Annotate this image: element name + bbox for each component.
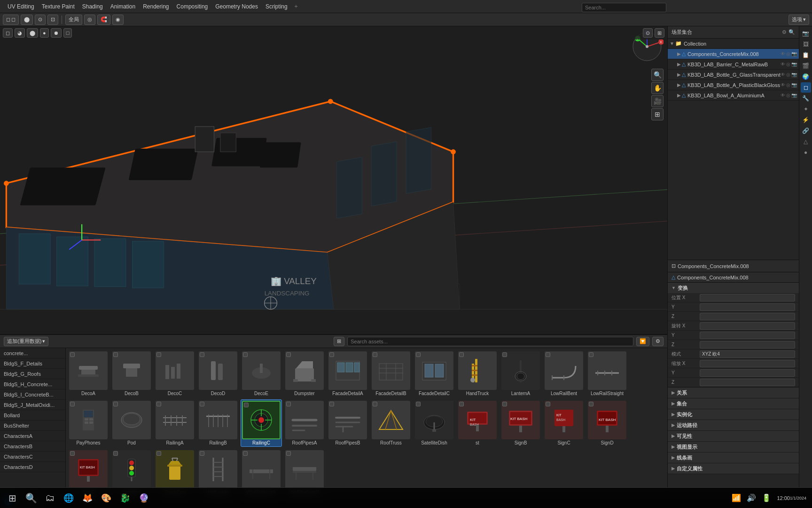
prop-icon-modifiers[interactable]: 🔧 — [801, 93, 811, 103]
asset-dumpster[interactable]: Dumpster — [284, 350, 325, 397]
menu-animation[interactable]: Animation — [107, 2, 139, 11]
prop-icon-object[interactable]: ◻ — [801, 82, 811, 93]
vis-eye-icon-2[interactable]: 👁 — [781, 72, 785, 77]
viewport-rendered-btn[interactable]: ⬤ — [27, 28, 38, 38]
vis-eye-icon-1[interactable]: 👁 — [781, 62, 785, 67]
prop-section-custom-props-header[interactable]: ▶ 自定义属性 — [668, 463, 799, 474]
asset-roofPipesB[interactable]: RoofPipesB — [327, 399, 368, 447]
render-mode-btn[interactable]: ⬤ — [21, 15, 33, 25]
asset-checkbox[interactable] — [329, 352, 334, 357]
asset-grid-view-btn[interactable]: ⊞ — [334, 337, 344, 346]
menu-scripting[interactable]: Scripting — [262, 2, 291, 11]
select-filter-btn[interactable]: 选项 ▾ — [789, 15, 809, 25]
asset-checkbox[interactable] — [113, 352, 118, 357]
asset-checkbox[interactable] — [286, 402, 291, 406]
blender-taskbar-button[interactable]: 🔮 — [135, 490, 152, 507]
prop-section-view-display-header[interactable]: ▶ 视图显示 — [668, 442, 799, 452]
asset-checkbox[interactable] — [373, 352, 377, 357]
asset-facadeDetailB[interactable]: FacadeDetailB — [370, 350, 412, 397]
prop-section-motion-paths-header[interactable]: ▶ 运动路径 — [668, 420, 799, 430]
outliner-item-3[interactable]: ▶ △ KB3D_LAB_Bottle_A_PlasticBlackGloss … — [668, 80, 799, 90]
asset-checkbox[interactable] — [70, 352, 75, 357]
asset-cat-bollard[interactable]: Bollard — [0, 410, 65, 421]
asset-lowRailStraight[interactable]: LowRailStraight — [586, 350, 628, 397]
asset-lowRailBent[interactable]: LowRailBent — [543, 350, 585, 397]
prop-icon-material[interactable]: ● — [801, 147, 811, 158]
asset-checkbox[interactable] — [373, 402, 377, 406]
view-mode-btn[interactable]: ◻ ◻ — [3, 15, 19, 25]
asset-lanternA[interactable]: LanternA — [500, 350, 541, 397]
viewport-overlay-btn[interactable]: ⊙ — [643, 28, 653, 38]
asset-cat-concrete[interactable]: concrete... — [0, 348, 65, 358]
asset-roofTruss[interactable]: RoofTruss — [370, 399, 412, 447]
pivot-btn[interactable]: ◎ — [84, 15, 95, 25]
asset-decoE[interactable]: DecoE — [241, 350, 282, 397]
top-search-input[interactable] — [582, 3, 666, 12]
asset-checkbox[interactable] — [113, 402, 118, 406]
overlay-btn[interactable]: ⊙ — [35, 15, 46, 25]
asset-cat-charB[interactable]: CharactersB — [0, 441, 65, 452]
edge-button[interactable]: 🌐 — [60, 490, 77, 507]
global-orient-btn[interactable]: 全局 — [65, 15, 82, 25]
zoom-in-btn[interactable]: 🔍 — [651, 69, 664, 81]
outliner-filter-icon[interactable]: ⚙ — [782, 29, 787, 35]
asset-checkbox[interactable] — [156, 451, 161, 456]
vis-render-icon-3[interactable]: 📷 — [791, 82, 797, 87]
asset-signBoard[interactable]: KITBASH st — [457, 399, 498, 447]
viewport-xray-btn[interactable]: ⊞ — [655, 28, 664, 38]
photoshop-button[interactable]: 🎨 — [98, 490, 115, 507]
add-workspace-icon[interactable]: ＋ — [291, 1, 301, 11]
asset-checkbox[interactable] — [502, 402, 507, 406]
snap-btn[interactable]: 🧲 — [97, 15, 110, 25]
vis-render-icon-4[interactable]: 📷 — [791, 93, 797, 98]
asset-cat-charA[interactable]: CharactersA — [0, 431, 65, 441]
prop-value-pos-y[interactable] — [700, 303, 795, 311]
prop-icon-data[interactable]: △ — [801, 136, 811, 147]
asset-checkbox[interactable] — [502, 352, 507, 357]
proportional-btn[interactable]: ◉ — [112, 15, 124, 25]
prop-value-mode[interactable]: XYZ 欧4 — [700, 350, 795, 358]
asset-settings-btn[interactable]: ⚙ — [652, 337, 664, 346]
prop-section-instancing-header[interactable]: ▶ 实例化 — [668, 409, 799, 420]
vis-eye-icon-4[interactable]: 👁 — [781, 93, 785, 98]
prop-section-visibility-header[interactable]: ▶ 可见性 — [668, 431, 799, 441]
asset-search-input[interactable] — [347, 337, 633, 346]
asset-checkbox[interactable] — [459, 352, 464, 357]
prop-value-scale-z[interactable] — [700, 379, 795, 386]
menu-geometry-nodes[interactable]: Geometry Nodes — [211, 2, 262, 11]
asset-checkbox[interactable] — [546, 402, 550, 406]
asset-checkbox[interactable] — [70, 451, 75, 456]
vis-render-icon[interactable]: 📷 — [791, 51, 797, 56]
outliner-item-2[interactable]: ▶ △ KB3D_LAB_Bottle_G_GlassTransparent 👁… — [668, 70, 799, 80]
asset-checkbox[interactable] — [286, 352, 291, 357]
add-asset-btn[interactable]: 追加(重用数据) ▾ — [4, 337, 48, 346]
asset-checkbox[interactable] — [546, 352, 550, 357]
asset-cat-charD[interactable]: CharactersD — [0, 462, 65, 472]
asset-railingB[interactable]: RailingB — [197, 399, 239, 447]
asset-checkbox[interactable] — [589, 402, 593, 406]
prop-section-lineart-header[interactable]: ▶ 线条画 — [668, 452, 799, 463]
asset-satelliteDish[interactable]: SatelliteDish — [414, 399, 455, 447]
viewport-shading-btn[interactable]: ◻ — [3, 28, 13, 38]
outliner-item-1[interactable]: ▶ △ KB3D_LAB_Barrier_C_MetalRawB 👁 ◎ 📷 — [668, 59, 799, 70]
substance-button[interactable]: 🐉 — [117, 490, 133, 507]
prop-icon-view-layer[interactable]: 📋 — [801, 50, 811, 60]
menu-rendering[interactable]: Rendering — [139, 2, 172, 11]
asset-checkbox[interactable] — [329, 402, 334, 406]
prop-icon-world[interactable]: 🌍 — [801, 71, 811, 82]
asset-checkbox[interactable] — [589, 352, 593, 357]
vis-render-icon-1[interactable]: 📷 — [791, 62, 797, 67]
asset-checkbox[interactable] — [113, 451, 118, 456]
clock[interactable]: 12:00 1/1/2024 — [775, 492, 808, 505]
prop-value-scale-y[interactable] — [700, 369, 795, 377]
menu-shading[interactable]: Shading — [78, 2, 107, 11]
asset-decoC[interactable]: DecoC — [154, 350, 195, 397]
vis-render-icon-2[interactable]: 📷 — [791, 72, 797, 77]
vis-cursor-icon-4[interactable]: ◎ — [786, 93, 790, 98]
prop-value-pos-z[interactable] — [700, 313, 795, 320]
menu-compositing[interactable]: Compositing — [173, 2, 212, 11]
prop-icon-particles[interactable]: ✦ — [801, 104, 811, 114]
prop-section-collection-header[interactable]: ▶ 集合 — [668, 398, 799, 409]
asset-checkbox[interactable] — [243, 352, 248, 357]
asset-checkbox[interactable] — [244, 403, 249, 407]
